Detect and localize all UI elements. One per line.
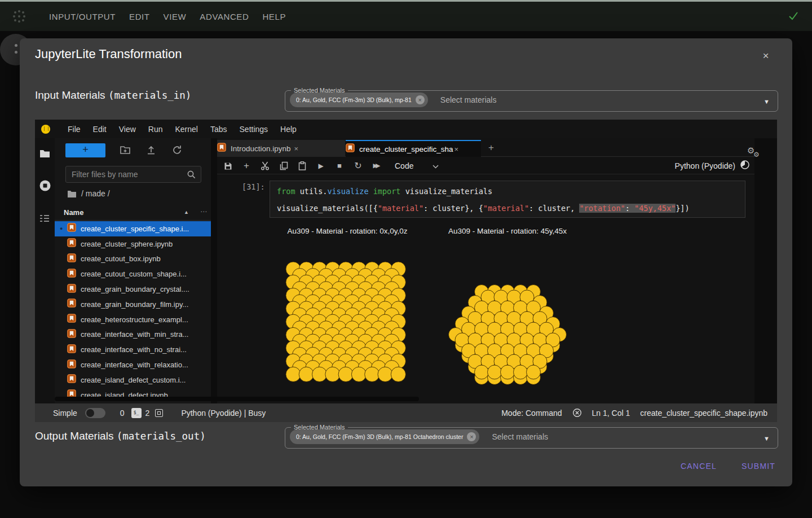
horizontal-scrollbar[interactable] [55,397,419,401]
jupyter-menu-run[interactable]: Run [142,121,169,138]
jupyterlite-transformation-dialog: JupyterLite Transformation × Input Mater… [20,38,792,486]
file-row[interactable]: create_interface_with_no_strai... [55,342,211,357]
output-materials-select[interactable]: Selected Materials 0: Au, Gold, FCC (Fm-… [285,424,778,449]
jupyter-menu-edit[interactable]: Edit [87,121,113,138]
code-token: "rotation" [579,204,625,213]
interrupt-kernel-icon[interactable]: ■ [334,161,345,170]
input-materials-code: (materials_in) [108,90,192,101]
settings-gears-icon[interactable]: ⚙⚙ [745,146,765,163]
file-list-header[interactable]: Name ▲ ⋯ [55,205,211,221]
jupyter-menu-file[interactable]: File [61,121,87,138]
paste-cell-icon[interactable] [297,161,308,170]
code-cell[interactable]: from utils.visualize import visualize_ma… [270,181,745,218]
refresh-icon[interactable] [171,144,183,156]
new-launcher-button[interactable]: + [65,143,105,157]
dialog-title: JupyterLite Transformation [35,47,182,62]
cell-execution-count: [31]: [242,182,265,191]
cursor-position[interactable]: Ln 1, Col 1 [592,409,630,418]
topbar-item-view[interactable]: VIEW [157,7,193,26]
cluster-canvas [248,248,620,395]
file-row[interactable]: create_cutout_custom_shape.i... [55,266,211,282]
file-row[interactable]: create_interface_with_min_stra... [55,327,211,343]
topbar-item-help[interactable]: HELP [255,7,293,26]
file-name: create_heterostructure_exampl... [81,315,188,324]
notebook-tab[interactable]: Introduction.ipynb× [217,140,345,157]
topbar-item-input-output[interactable]: INPUT/OUTPUT [42,7,122,26]
file-row[interactable]: create_heterostructure_exampl... [55,312,211,327]
running-sessions-icon[interactable] [39,179,51,191]
tab-close-icon[interactable]: × [294,144,299,153]
dropdown-arrow-icon[interactable]: ▼ [764,98,770,105]
jupyter-activity-bar [35,138,55,403]
apps-grid-icon[interactable] [13,10,25,23]
topbar-item-edit[interactable]: EDIT [122,7,157,26]
dialog-close-icon[interactable]: × [760,50,772,62]
file-row[interactable]: create_cluster_sphere.ipynb [55,236,211,252]
run-cell-icon[interactable]: ▶ [315,162,326,170]
code-token: visualize [327,187,368,196]
name-column-header[interactable]: Name [64,208,83,217]
notebook-toolbar: + ▶ ■ ↻ ▶▶ Code [217,157,754,174]
add-tab-button[interactable]: + [484,141,498,155]
input-materials-select[interactable]: Selected Materials 0: Au, Gold, FCC (Fm-… [285,87,778,112]
tab-close-icon[interactable]: × [454,145,459,153]
file-row[interactable]: create_cutout_box.ipynb [55,252,211,267]
kernel-name[interactable]: Python (Pyodide) [675,161,735,170]
jupyter-menu: FileEditViewRunKernelTabsSettingsHelp [61,121,303,138]
jupyter-menu-tabs[interactable]: Tabs [204,121,233,138]
file-row[interactable]: create_island_defect_custom.i... [55,372,211,388]
simple-mode-label: Simple [53,409,77,418]
notebook-file-icon [67,314,76,325]
topbar-item-advanced[interactable]: ADVANCED [193,7,255,26]
overflow-menu-icon[interactable]: ⋯ [200,208,207,216]
cancel-button[interactable]: CANCEL [681,462,717,471]
file-name: create_grain_boundary_film.ipy... [81,300,188,309]
code-token: visualize_materials [401,187,493,196]
terminals-count[interactable]: 0 [120,409,125,418]
filter-files-box [65,166,201,183]
output-label-1: Au309 - Material - rotation: 0x,0y,0z [288,227,408,235]
remove-material-icon[interactable]: × [467,432,476,441]
copy-cell-icon[interactable] [278,161,289,170]
material-chip[interactable]: 0: Au, Gold, FCC (Fm-3m) 3D (Bulk), mp-8… [290,429,479,444]
dropdown-arrow-icon[interactable]: ▼ [764,435,770,442]
remove-material-icon[interactable]: × [416,95,425,104]
breadcrumb[interactable]: / made / [67,189,110,198]
file-browser-icon[interactable] [39,148,51,160]
jupyter-menu-settings[interactable]: Settings [233,121,275,138]
file-row[interactable]: ●create_cluster_specific_shape.i... [55,221,211,236]
folder-icon [67,190,77,198]
cut-cell-icon[interactable] [259,161,271,170]
terminal-icon: $_ [131,408,142,418]
restart-run-all-icon[interactable]: ▶▶ [371,162,382,169]
file-name: create_cutout_custom_shape.i... [81,270,187,278]
jupyter-menu-view[interactable]: View [113,121,142,138]
file-row[interactable]: create_grain_boundary_film.ipy... [55,297,211,312]
file-row[interactable]: create_grain_boundary_crystal.... [55,282,211,297]
jupyter-menu-help[interactable]: Help [274,121,303,138]
file-name: create_cluster_sphere.ipynb [81,240,173,248]
new-folder-icon[interactable] [120,144,131,156]
notebook-tab-active[interactable]: create_cluster_specific_sha× [346,140,481,157]
sort-ascending-icon[interactable]: ▲ [184,209,189,215]
restart-kernel-icon[interactable]: ↻ [352,160,364,171]
cell-type-select[interactable]: Code [395,161,413,170]
submit-button[interactable]: SUBMIT [742,462,775,471]
save-icon[interactable] [222,161,233,170]
notebook-panel: Introduction.ipynb×create_cluster_specif… [217,138,754,403]
filter-files-input[interactable] [66,166,182,182]
command-mode-indicator[interactable]: Mode: Command [501,409,562,418]
cell-type-chevron-icon[interactable] [433,161,439,171]
notebook-file-icon [217,143,226,154]
kernel-status-text[interactable]: Python (Pyodide) | Busy [181,409,266,418]
code-token: : [625,204,634,213]
jupyter-menu-kernel[interactable]: Kernel [169,121,204,138]
upload-icon[interactable] [145,144,157,156]
file-row[interactable]: create_interface_with_relaxatio... [55,357,211,372]
output-materials-code: (materials_out) [117,431,206,442]
simple-mode-toggle[interactable] [85,408,105,418]
add-cell-icon[interactable]: + [241,160,252,172]
material-chip[interactable]: 0: Au, Gold, FCC (Fm-3m) 3D (Bulk), mp-8… [290,93,428,107]
kernels-count[interactable]: 2 [145,409,150,418]
table-of-contents-icon[interactable] [39,213,51,225]
